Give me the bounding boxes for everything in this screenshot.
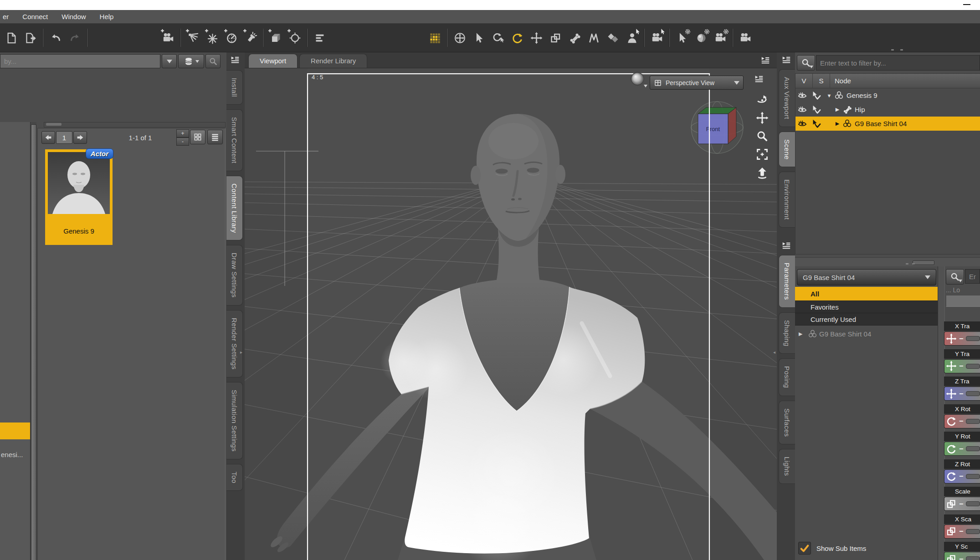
figure-select-tool-icon[interactable] xyxy=(622,27,641,48)
universal-tool-icon[interactable] xyxy=(450,27,469,48)
expander-arrow-icon[interactable]: ▶ xyxy=(799,331,806,337)
scale-tool-icon[interactable] xyxy=(546,27,565,48)
slider-decrement[interactable]: − xyxy=(959,417,963,425)
show-sub-items-control[interactable]: Show Sub Items xyxy=(798,542,866,555)
visibility-eye-icon[interactable] xyxy=(795,105,809,115)
list-view-button[interactable] xyxy=(207,130,223,144)
column-visibility[interactable]: V xyxy=(795,74,813,88)
node-select-tool-icon[interactable] xyxy=(469,27,488,48)
translate-tool-icon[interactable] xyxy=(527,27,546,48)
viewport-canvas[interactable]: Front 4 : 5 Perspective View xyxy=(245,68,777,560)
library-tree-selected-row[interactable] xyxy=(0,423,30,439)
zoom-view-button[interactable] xyxy=(753,127,771,145)
frame-view-button[interactable] xyxy=(753,146,771,163)
tab-content-library[interactable]: Content Library xyxy=(226,176,243,241)
new-primitive-icon[interactable] xyxy=(266,27,285,48)
pane-options-icon[interactable] xyxy=(227,54,243,66)
new-point-light-icon[interactable] xyxy=(203,27,222,48)
camera-select-tool-icon[interactable] xyxy=(647,27,667,48)
redo-icon[interactable] xyxy=(65,27,84,48)
slider-decrement[interactable]: − xyxy=(959,527,963,535)
tree-scrollbar[interactable]: ▲ ▼ xyxy=(30,122,36,560)
tab-render-settings[interactable]: Render Settings xyxy=(226,310,243,377)
viewport-grid-toggle-icon[interactable] xyxy=(425,27,444,48)
minimize-icon[interactable] xyxy=(963,4,970,5)
slider-decrement[interactable]: − xyxy=(959,390,963,398)
camera-selector-dropdown[interactable]: Perspective View xyxy=(650,76,744,90)
tab-draw-settings[interactable]: Draw Settings xyxy=(226,245,243,305)
filter-dropdown-button[interactable] xyxy=(162,54,177,68)
new-camera-icon[interactable] xyxy=(159,27,178,48)
home-view-button[interactable] xyxy=(753,164,771,181)
next-page-button[interactable] xyxy=(73,131,87,144)
tab-aux-viewport[interactable]: Aux Viewport xyxy=(779,69,795,127)
menu-help[interactable]: Help xyxy=(100,13,114,20)
menu-er[interactable]: er xyxy=(3,13,9,20)
undo-icon[interactable] xyxy=(46,27,65,48)
panel-splitter[interactable] xyxy=(795,257,980,267)
joint-editor-tool-icon[interactable] xyxy=(565,27,584,48)
weight-map-tool-icon[interactable] xyxy=(584,27,603,48)
parameters-node-selector[interactable]: G9 Base Shirt 04 xyxy=(797,269,936,285)
tab-too[interactable]: Too xyxy=(226,464,243,491)
tab-install[interactable]: Install xyxy=(226,70,243,105)
tab-smart-content[interactable]: Smart Content xyxy=(226,109,243,171)
tab-environment[interactable]: Environment xyxy=(779,172,795,228)
category-currently-used[interactable]: Currently Used xyxy=(795,313,938,326)
tab-scene[interactable]: Scene xyxy=(779,132,795,168)
slider-y-rot[interactable]: − xyxy=(944,442,980,456)
visibility-eye-icon[interactable] xyxy=(795,119,809,129)
selectability-cursor-icon[interactable] xyxy=(809,105,823,115)
selectability-cursor-icon[interactable] xyxy=(809,91,823,101)
scene-filter-input[interactable] xyxy=(816,55,980,71)
checkbox[interactable] xyxy=(798,542,811,555)
slider-decrement[interactable]: − xyxy=(959,555,963,560)
pane-options-icon[interactable] xyxy=(779,54,794,66)
slider-decrement[interactable]: − xyxy=(959,362,963,370)
slider-x-tra[interactable]: − xyxy=(944,331,980,346)
expander-arrow-icon[interactable]: ▶ xyxy=(834,121,841,127)
expander-arrow-icon[interactable]: ▶ xyxy=(834,107,841,112)
slider-x-sca[interactable]: − xyxy=(944,524,980,539)
slider-track[interactable] xyxy=(966,336,980,341)
slider-track[interactable] xyxy=(966,364,980,369)
thumb-size-increase-button[interactable]: + xyxy=(176,129,189,137)
rotate-view-tool-icon[interactable] xyxy=(488,27,508,48)
scene-node-row[interactable]: ▶G9 Base Shirt 04 xyxy=(795,117,980,131)
surface-select-tool-icon[interactable] xyxy=(603,27,622,48)
slider-decrement[interactable]: − xyxy=(959,500,963,508)
content-hscrollbar-thumb[interactable] xyxy=(46,123,62,126)
slider-track[interactable] xyxy=(966,391,980,396)
visibility-eye-icon[interactable] xyxy=(795,91,809,101)
scene-search-button[interactable] xyxy=(797,55,815,71)
tab-parameters[interactable]: Parameters xyxy=(779,255,795,308)
tree-scrollbar-thumb[interactable] xyxy=(31,124,36,560)
import-file-icon[interactable] xyxy=(21,27,40,48)
scene-list-icon[interactable] xyxy=(310,27,329,48)
render-settings-icon[interactable] xyxy=(692,27,711,48)
database-source-button[interactable] xyxy=(178,54,204,68)
parameters-search-button[interactable] xyxy=(946,269,964,285)
selectability-cursor-icon[interactable] xyxy=(809,119,823,129)
thumb-size-decrease-button[interactable]: - xyxy=(176,137,189,146)
slider-track[interactable] xyxy=(966,501,980,506)
tab-render-library[interactable]: Render Library xyxy=(299,54,367,68)
scene-node-row[interactable]: ▼Genesis 9 xyxy=(795,88,980,102)
parameter-tree-item[interactable]: ▶ G9 Base Shirt 04 xyxy=(795,327,938,341)
splitter-handle[interactable] xyxy=(913,260,934,265)
library-search-button[interactable] xyxy=(205,54,221,68)
pane-options-icon[interactable] xyxy=(751,73,767,86)
slider-y-sc[interactable]: − xyxy=(944,552,980,560)
prev-page-button[interactable] xyxy=(41,131,55,144)
tool-settings-icon[interactable] xyxy=(672,27,692,48)
category-all[interactable]: All xyxy=(795,287,938,301)
new-distant-light-icon[interactable] xyxy=(222,27,241,48)
slider-decrement[interactable]: − xyxy=(959,445,963,453)
library-tree-item-label[interactable]: enesi... xyxy=(1,451,23,458)
dock-collapse-icon[interactable]: ▸ xyxy=(240,350,242,355)
menu-window[interactable]: Window xyxy=(62,13,86,20)
column-node[interactable]: Node xyxy=(830,74,980,88)
render-icon[interactable] xyxy=(736,27,755,48)
slider-track[interactable] xyxy=(966,474,980,479)
column-selectability[interactable]: S xyxy=(813,74,830,88)
